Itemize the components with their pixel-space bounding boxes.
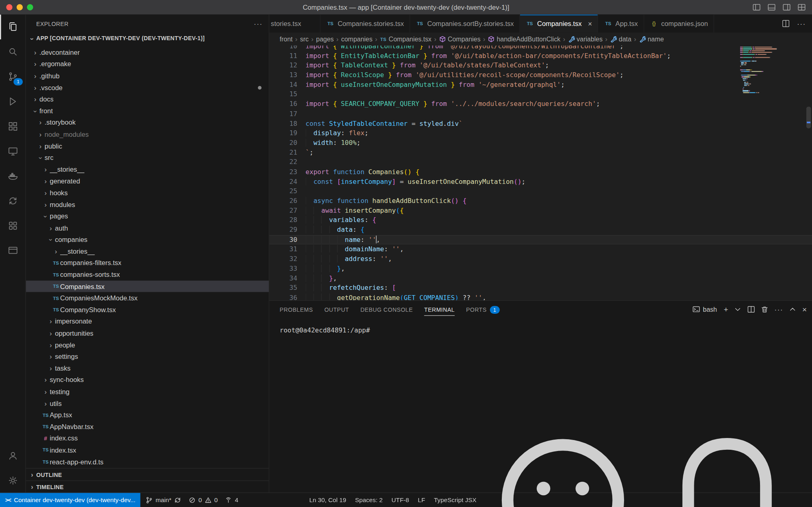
kill-terminal-icon[interactable] bbox=[761, 306, 769, 313]
tree-item-react-app-env-d-ts[interactable]: TSreact-app-env.d.ts bbox=[26, 456, 269, 468]
code-line-32[interactable]: 32 address: '', bbox=[269, 254, 812, 264]
encoding[interactable]: UTF-8 bbox=[391, 496, 409, 504]
tree-item-node-modules[interactable]: ›node_modules bbox=[26, 129, 269, 140]
code-line-19[interactable]: 19 display: flex; bbox=[269, 129, 812, 138]
code-line-21[interactable]: 21`; bbox=[269, 148, 812, 157]
tree-item-companiesmockmode-tsx[interactable]: TSCompaniesMockMode.tsx bbox=[26, 292, 269, 304]
problems-status[interactable]: 0 0 bbox=[188, 496, 218, 504]
tree-item-vscode[interactable]: ›.vscode bbox=[26, 82, 269, 93]
toggle-panel-icon[interactable] bbox=[767, 3, 775, 11]
minimize-window-button[interactable] bbox=[17, 4, 23, 10]
panel-tab-debug-console[interactable]: DEBUG CONSOLE bbox=[361, 303, 413, 315]
tree-item-public[interactable]: ›public bbox=[26, 140, 269, 152]
close-panel-icon[interactable]: × bbox=[802, 306, 807, 313]
code-line-15[interactable]: 15 bbox=[269, 90, 812, 99]
remote-indicator[interactable]: >< Container dev-twenty-dev (dev-twenty-… bbox=[0, 493, 140, 507]
panel-tab-ports[interactable]: PORTS1 bbox=[466, 303, 500, 316]
feedback-icon[interactable] bbox=[485, 423, 641, 507]
breadcrumb-item-data[interactable]: data bbox=[610, 35, 631, 43]
customize-layout-icon[interactable] bbox=[797, 3, 806, 11]
tree-item-companies-tsx[interactable]: TSCompanies.tsx bbox=[26, 280, 269, 292]
tab-companies-sortby-stories-tsx[interactable]: TSCompanies.sortBy.stories.tsx bbox=[410, 15, 520, 33]
timeline-section[interactable]: › TIMELINE bbox=[26, 481, 269, 493]
indentation[interactable]: Spaces: 2 bbox=[355, 496, 382, 504]
tree-item-hooks[interactable]: ›hooks bbox=[26, 187, 269, 199]
tree-item-app-tsx[interactable]: TSApp.tsx bbox=[26, 409, 269, 421]
code-line-24[interactable]: 24 const [insertCompany] = useInsertOneC… bbox=[269, 177, 812, 187]
tree-item-storybook[interactable]: ›.storybook bbox=[26, 117, 269, 129]
tree-item-tasks[interactable]: ›tasks bbox=[26, 362, 269, 374]
panel-tab-output[interactable]: OUTPUT bbox=[324, 303, 349, 315]
branch-status[interactable]: main* bbox=[146, 496, 181, 504]
code-line-10[interactable]: 10import { WithTopBarContainer } from '@… bbox=[269, 45, 812, 51]
tree-item-index-tsx[interactable]: TSindex.tsx bbox=[26, 444, 269, 456]
terminal-output[interactable]: root@0a42ecd84891:/app# bbox=[269, 318, 812, 334]
minimap[interactable] bbox=[740, 47, 789, 94]
breadcrumb-item-src[interactable]: src bbox=[300, 35, 309, 43]
terminal-more-actions-icon[interactable]: ··· bbox=[774, 305, 783, 313]
close-icon[interactable]: × bbox=[588, 19, 592, 28]
code-line-33[interactable]: 33 }, bbox=[269, 264, 812, 274]
code-line-25[interactable]: 25 bbox=[269, 187, 812, 196]
editor-more-actions-icon[interactable]: ··· bbox=[797, 19, 806, 28]
code-line-27[interactable]: 27 await insertCompany({ bbox=[269, 206, 812, 216]
zoom-window-button[interactable] bbox=[27, 4, 33, 10]
tree-item-testing[interactable]: ›testing bbox=[26, 386, 269, 398]
terminal-dropdown-icon[interactable] bbox=[734, 306, 742, 313]
tree-item-companies[interactable]: ›companies bbox=[26, 234, 269, 246]
code-line-26[interactable]: 26 async function handleAddButtonClick()… bbox=[269, 196, 812, 206]
code-line-22[interactable]: 22 bbox=[269, 157, 812, 167]
code-line-29[interactable]: 29 data: { bbox=[269, 225, 812, 235]
activitybar-docker[interactable] bbox=[0, 164, 25, 188]
shell-selector[interactable]: bash bbox=[693, 306, 717, 313]
code-line-12[interactable]: 12import { TableContext } from '@/ui/tab… bbox=[269, 61, 812, 71]
tree-item-companies-filters-tsx[interactable]: TScompanies-filters.tsx bbox=[26, 257, 269, 269]
tree-item-ergomake[interactable]: ›.ergomake bbox=[26, 58, 269, 70]
tab-app-tsx[interactable]: TSApp.tsx bbox=[598, 15, 644, 33]
activitybar-run-and-debug[interactable] bbox=[0, 89, 25, 114]
code-editor[interactable]: 10import { WithTopBarContainer } from '@… bbox=[269, 45, 812, 300]
code-line-35[interactable]: 35 refetchQueries: [ bbox=[269, 283, 812, 293]
activitybar-explorer[interactable] bbox=[0, 15, 25, 39]
project-section-header[interactable]: › APP [CONTAINER DEV-TWENTY-DEV (DEV-TWE… bbox=[26, 32, 269, 44]
more-actions-icon[interactable]: ··· bbox=[254, 19, 263, 28]
tree-item-pages[interactable]: ›pages bbox=[26, 210, 269, 222]
code-line-23[interactable]: 23export function Companies() { bbox=[269, 167, 812, 177]
code-line-18[interactable]: 18const StyledTableContainer = styled.di… bbox=[269, 119, 812, 129]
tree-item-devcontainer[interactable]: ›.devcontainer bbox=[26, 47, 269, 58]
toggle-secondary-sidebar-icon[interactable] bbox=[782, 3, 790, 11]
tree-item-sync-hooks[interactable]: ›sync-hooks bbox=[26, 374, 269, 386]
breadcrumb-item-companies[interactable]: companies bbox=[341, 35, 372, 43]
activitybar-search[interactable] bbox=[0, 39, 25, 64]
tree-item-stories[interactable]: ›__stories__ bbox=[26, 164, 269, 175]
code-line-34[interactable]: 34 }, bbox=[269, 274, 812, 283]
panel-tab-terminal[interactable]: TERMINAL bbox=[424, 303, 455, 316]
breadcrumb-item-pages[interactable]: pages bbox=[316, 35, 334, 43]
language-mode[interactable]: TypeScript JSX bbox=[434, 496, 477, 504]
breadcrumb-item-companies[interactable]: Companies bbox=[439, 35, 480, 43]
tree-item-stories[interactable]: ›__stories__ bbox=[26, 246, 269, 257]
code-line-31[interactable]: 31 domainName: '', bbox=[269, 245, 812, 255]
activitybar-accounts[interactable] bbox=[0, 443, 25, 468]
code-line-16[interactable]: 16import { SEARCH_COMPANY_QUERY } from '… bbox=[269, 99, 812, 109]
tree-item-github[interactable]: ›.github bbox=[26, 70, 269, 82]
tab-companies-tsx[interactable]: TSCompanies.tsx× bbox=[520, 15, 598, 33]
ports-status[interactable]: 4 bbox=[225, 496, 238, 504]
tree-item-settings[interactable]: ›settings bbox=[26, 351, 269, 362]
activitybar-browser-window[interactable] bbox=[0, 238, 25, 263]
split-terminal-icon[interactable] bbox=[747, 306, 755, 313]
activitybar-grid[interactable] bbox=[0, 214, 25, 238]
code-line-13[interactable]: 13import { RecoilScope } from '@/ui/util… bbox=[269, 71, 812, 80]
tree-item-src[interactable]: ›src bbox=[26, 152, 269, 164]
editor-scrollbar[interactable] bbox=[806, 107, 811, 129]
tree-item-utils[interactable]: ›utils bbox=[26, 397, 269, 409]
new-terminal-button[interactable]: + bbox=[723, 306, 728, 313]
cursor-position[interactable]: Ln 30, Col 19 bbox=[309, 496, 346, 504]
code-line-36[interactable]: 36 getOperationName(GET_COMPANIES) ?? ''… bbox=[269, 293, 812, 300]
split-editor-icon[interactable] bbox=[782, 19, 790, 27]
code-line-20[interactable]: 20 width: 100%; bbox=[269, 138, 812, 148]
code-line-17[interactable]: 17 bbox=[269, 109, 812, 119]
activitybar-remote-explorer[interactable] bbox=[0, 139, 25, 164]
tree-item-generated[interactable]: ›generated bbox=[26, 175, 269, 187]
breadcrumb-item-front[interactable]: front bbox=[280, 35, 293, 43]
